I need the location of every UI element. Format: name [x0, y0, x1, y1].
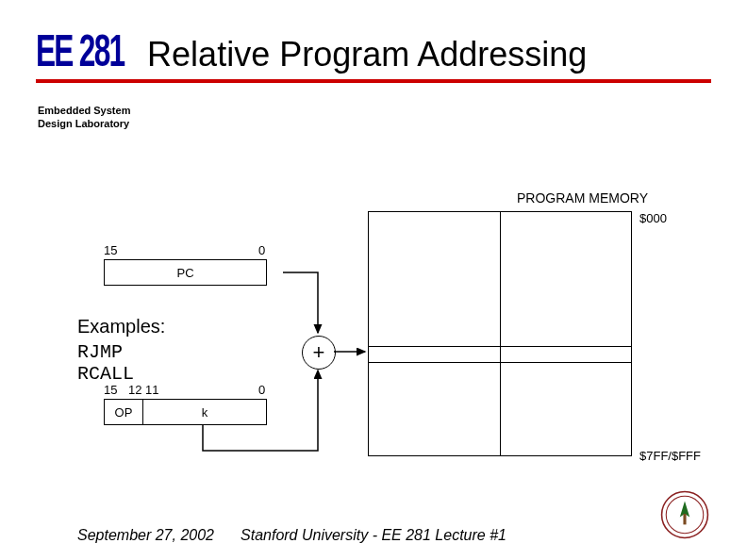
footer-center: Stanford University - EE 281 Lecture #1: [0, 527, 747, 544]
slide-title: Relative Program Addressing: [147, 38, 711, 72]
lab-line-1: Embedded System: [38, 105, 130, 116]
slide-header: EE 281 Relative Program Addressing: [36, 38, 711, 83]
addressing-diagram: 15 0 PC 15 12 11 0 OP k + PROGRAM MEMORY…: [104, 179, 670, 481]
stanford-seal-icon: [660, 490, 709, 539]
svg-rect-2: [683, 514, 686, 524]
lab-line-2: Design Laboratory: [38, 118, 129, 129]
lab-name: Embedded System Design Laboratory: [38, 104, 130, 131]
course-logo: EE 281: [36, 27, 124, 74]
diagram-wires: [104, 179, 670, 481]
